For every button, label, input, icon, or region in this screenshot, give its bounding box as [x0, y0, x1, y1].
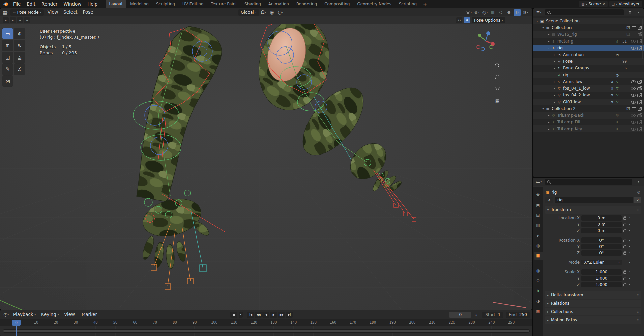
camera-icon[interactable]: [637, 94, 642, 97]
value-field[interactable]: 0 m ▾: [581, 215, 622, 221]
workspace-tab[interactable]: Animation: [265, 0, 293, 8]
lock-icon[interactable]: [623, 246, 626, 248]
outliner-row[interactable]: ▸ ⊹ Pose 99: [533, 58, 644, 65]
breakdowner-tool[interactable]: ⋈: [2, 76, 13, 86]
outliner-scrollbar[interactable]: [642, 19, 643, 59]
action-icon[interactable]: [615, 73, 619, 77]
tool-settings-icon[interactable]: ▪: [24, 17, 30, 23]
workspace-tab[interactable]: Sculpting: [152, 0, 179, 8]
outliner-row[interactable]: ▾ ⋔ rig: [533, 45, 644, 51]
lock-icon[interactable]: [623, 240, 626, 242]
drag-handle-icon[interactable]: ∷: [637, 208, 639, 212]
expander-icon[interactable]: ▸: [547, 40, 551, 43]
scale-tool[interactable]: ◱: [2, 52, 13, 63]
lock-icon[interactable]: [623, 284, 626, 286]
annotate-tool[interactable]: ✎: [2, 64, 13, 75]
outliner-row[interactable]: ▸ ▽ Gl01.low: [533, 99, 644, 105]
value-field[interactable]: 1.000 ▾: [581, 276, 622, 281]
animate-dot-icon[interactable]: •: [628, 229, 631, 232]
timeline-menu[interactable]: Playback▾: [10, 310, 38, 319]
eye-icon[interactable]: [631, 128, 636, 131]
topbar-menu[interactable]: Edit: [24, 0, 38, 8]
expander-icon[interactable]: ▾: [541, 107, 545, 110]
animate-dot-icon[interactable]: •: [628, 251, 631, 255]
screen-icon[interactable]: [632, 26, 636, 29]
end-frame-field[interactable]: End250: [506, 312, 530, 318]
cursor-tool[interactable]: ⊕: [14, 28, 25, 39]
select-box-tool[interactable]: ▭: [2, 28, 13, 39]
armaturedata-icon[interactable]: [615, 39, 619, 43]
transform-tool[interactable]: ◬: [14, 52, 25, 63]
lock-icon[interactable]: [623, 252, 626, 255]
pose-options-dropdown[interactable]: Pose Options ▾: [472, 17, 505, 23]
prev-keyframe-button[interactable]: ◀◀: [255, 312, 262, 318]
navigation-gizmo[interactable]: [475, 30, 496, 52]
animate-dot-icon[interactable]: •: [628, 270, 631, 274]
expander-icon[interactable]: ▸: [547, 114, 551, 117]
lock-icon[interactable]: [623, 217, 626, 220]
value-field[interactable]: 0° ▾: [581, 244, 622, 249]
outliner-row[interactable]: ▸ ☼ TriLamp-Key: [533, 125, 644, 132]
viewport-menu[interactable]: Pose: [80, 8, 96, 16]
workspace-tab[interactable]: Compositing: [321, 0, 353, 8]
camera-icon[interactable]: [637, 121, 642, 124]
outliner-row[interactable]: ▸ ▤ WGTS_rig: [533, 31, 644, 38]
mirror-x-toggle[interactable]: X: [464, 17, 470, 23]
camera-icon[interactable]: [637, 47, 642, 50]
viewport-menu[interactable]: View: [45, 8, 61, 16]
workspace-tab[interactable]: Shading: [241, 0, 265, 8]
rotate-tool[interactable]: ↻: [14, 40, 25, 51]
editor-type-icon[interactable]: ≔▾: [535, 179, 543, 185]
outliner-row[interactable]: ▸ ⋔ metarig 51: [533, 38, 644, 45]
breadcrumb[interactable]: rig: [551, 190, 557, 195]
camera-icon[interactable]: [637, 114, 642, 117]
properties-section-header[interactable]: ▸ Relations ∷: [545, 300, 641, 307]
animate-dot-icon[interactable]: •: [628, 216, 631, 220]
value-field[interactable]: 0° ▾: [581, 250, 622, 256]
properties-section-header[interactable]: ▸ Motion Paths ∷: [545, 316, 641, 324]
wrench-icon[interactable]: [610, 100, 614, 104]
action-icon[interactable]: [615, 53, 619, 57]
lock-icon[interactable]: [623, 230, 626, 232]
drag-handle-icon[interactable]: ∷: [637, 293, 639, 297]
timeline-scrollbar[interactable]: [3, 329, 530, 333]
toggle-ortho-icon[interactable]: [493, 96, 502, 105]
meshdata-icon[interactable]: [615, 86, 619, 90]
auto-key-record-icon[interactable]: ●: [230, 312, 237, 318]
animate-dot-icon[interactable]: •: [628, 261, 631, 264]
workspace-tab[interactable]: Modeling: [126, 0, 152, 8]
eye-icon[interactable]: [631, 101, 636, 104]
camera-icon[interactable]: [638, 33, 642, 36]
value-field[interactable]: 0° ▾: [581, 237, 622, 243]
expander-icon[interactable]: ▸: [552, 101, 557, 104]
timeline-menu[interactable]: Marker: [79, 310, 101, 319]
workspace-tab[interactable]: Scripting: [395, 0, 420, 8]
camera-icon[interactable]: [638, 108, 642, 111]
snap-magnet-icon[interactable]: Ω▾: [260, 9, 267, 16]
outliner-row[interactable]: ⋔ rig: [533, 72, 644, 78]
editor-type-icon[interactable]: ≡▾: [535, 9, 543, 16]
value-field[interactable]: 0 m ▾: [581, 222, 622, 227]
topbar-menu[interactable]: Window: [61, 0, 85, 8]
workspace-tab[interactable]: Rendering: [293, 0, 321, 8]
lock-icon[interactable]: [623, 271, 626, 274]
topbar-menu[interactable]: Help: [84, 0, 100, 8]
lightdata-icon[interactable]: [615, 113, 619, 117]
lock-icon[interactable]: [623, 224, 626, 226]
pin-icon[interactable]: ⊙: [637, 190, 640, 195]
meshdata-icon[interactable]: [615, 100, 619, 104]
outliner-row[interactable]: ▸ ☼ TriLamp-Back: [533, 112, 644, 119]
topbar-menu[interactable]: File: [10, 0, 24, 8]
armature-object-icon[interactable]: ⋔: [545, 197, 553, 203]
unlink-scene-icon[interactable]: ×: [602, 2, 605, 6]
checkbox-empty-icon[interactable]: [626, 32, 630, 36]
eye-icon[interactable]: [631, 114, 636, 117]
outliner-row[interactable]: ▾ ▣ Scene Collection: [533, 18, 644, 24]
timeline-menu[interactable]: View: [61, 310, 79, 319]
screen-icon[interactable]: [632, 33, 636, 36]
jump-to-end-button[interactable]: ▶|: [286, 312, 293, 318]
transform-orientation-selector[interactable]: Global ▾: [238, 9, 259, 16]
timeline-ruler[interactable]: 0102030405060708090100110120130140150160…: [0, 319, 532, 326]
transform-section-header[interactable]: ▾ Transform ∷: [545, 206, 641, 214]
current-frame-field[interactable]: 0: [449, 312, 471, 318]
